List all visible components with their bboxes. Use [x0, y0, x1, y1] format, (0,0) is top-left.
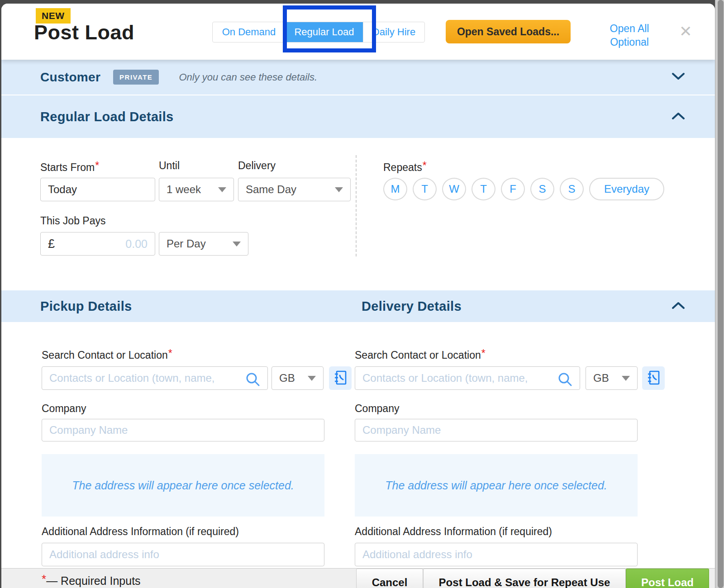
- pickup-company-label: Company: [42, 403, 86, 415]
- pickup-address-book-button[interactable]: [329, 366, 352, 390]
- starts-from-input[interactable]: [40, 178, 155, 201]
- tab-daily-hire[interactable]: Daily Hire: [363, 22, 424, 42]
- delivery-details-title: Delivery Details: [362, 299, 462, 314]
- required-asterisk: *: [481, 347, 486, 359]
- job-pays-field[interactable]: £: [40, 232, 155, 256]
- address-book-icon: [646, 370, 661, 387]
- post-load-button[interactable]: Post Load: [626, 569, 709, 588]
- delivery-country-select[interactable]: GB: [586, 366, 638, 390]
- delivery-additional-input[interactable]: [355, 543, 638, 566]
- delivery-additional-label: Additional Address Information (if requi…: [355, 526, 552, 538]
- chevron-up-icon[interactable]: [672, 112, 685, 122]
- everyday-button[interactable]: Everyday: [589, 178, 664, 200]
- caret-down-icon: [308, 376, 316, 381]
- chevron-up-icon[interactable]: [672, 301, 685, 311]
- open-all-line2: Optional: [598, 35, 661, 49]
- delivery-company-label: Company: [355, 403, 399, 415]
- caret-down-icon: [335, 187, 343, 192]
- search-icon[interactable]: [557, 372, 573, 389]
- until-select[interactable]: 1 week: [159, 178, 234, 201]
- delivery-select-value: Same Day: [246, 183, 296, 196]
- page-title: Post Load: [34, 21, 134, 44]
- rate-select-value: Per Day: [167, 237, 206, 250]
- tab-on-demand[interactable]: On Demand: [213, 22, 286, 42]
- until-select-value: 1 week: [167, 183, 201, 196]
- chevron-down-icon[interactable]: [672, 72, 685, 82]
- tab-regular-load[interactable]: Regular Load: [286, 22, 363, 42]
- repeat-day-buttons: M T W T F S S Everyday: [383, 178, 664, 200]
- delivery-address-book-button[interactable]: [642, 366, 665, 390]
- required-asterisk: *: [168, 347, 172, 359]
- pickup-company-input[interactable]: [42, 419, 324, 441]
- delivery-company-input[interactable]: [355, 419, 638, 441]
- caret-down-icon: [622, 376, 630, 381]
- required-asterisk: *: [42, 572, 46, 586]
- day-monday-button[interactable]: M: [383, 178, 407, 200]
- day-thursday-button[interactable]: T: [472, 178, 495, 200]
- pickup-delivery-section-header[interactable]: Pickup Details Delivery Details: [1, 290, 715, 322]
- amount-input[interactable]: [55, 237, 148, 251]
- delivery-label: Delivery: [238, 160, 276, 172]
- required-asterisk: *: [423, 160, 427, 171]
- pickup-country-select[interactable]: GB: [272, 366, 324, 390]
- day-sunday-button[interactable]: S: [560, 178, 584, 200]
- caret-down-icon: [218, 187, 226, 192]
- delivery-address-preview: The address will appear here once select…: [355, 454, 638, 517]
- open-saved-loads-button[interactable]: Open Saved Loads...: [446, 20, 571, 43]
- day-saturday-button[interactable]: S: [530, 178, 554, 200]
- currency-symbol: £: [48, 237, 55, 251]
- customer-section-header[interactable]: Customer PRIVATE Only you can see these …: [1, 60, 715, 95]
- delivery-form-column: Search Contact or Location* GB: [355, 322, 667, 568]
- pickup-country-value: GB: [279, 372, 295, 384]
- required-inputs-note: *— Required Inputs: [41, 572, 141, 588]
- location-forms: Search Contact or Location* GB: [1, 322, 715, 568]
- regular-load-title: Regular Load Details: [40, 109, 173, 124]
- private-badge: PRIVATE: [113, 70, 159, 85]
- post-and-save-button[interactable]: Post Load & Save for Repeat Use: [423, 569, 626, 588]
- cancel-button[interactable]: Cancel: [356, 569, 423, 588]
- customer-title: Customer: [40, 70, 100, 85]
- pickup-address-preview: The address will appear here once select…: [42, 454, 324, 517]
- day-wednesday-button[interactable]: W: [442, 178, 466, 200]
- section-divider: [356, 155, 357, 256]
- regular-load-form: Starts From* Until Delivery 1 week Same …: [1, 138, 715, 290]
- address-book-icon: [333, 370, 348, 387]
- pickup-search-input[interactable]: [42, 366, 268, 390]
- privacy-note: Only you can see these details.: [179, 71, 317, 83]
- dialog-header: NEW Post Load On Demand Regular Load Dai…: [1, 4, 715, 60]
- pickup-additional-label: Additional Address Information (if requi…: [42, 526, 239, 538]
- day-friday-button[interactable]: F: [501, 178, 525, 200]
- delivery-search-label: Search Contact or Location*: [355, 347, 486, 361]
- starts-from-label: Starts From*: [40, 160, 99, 174]
- close-icon[interactable]: ✕: [679, 24, 692, 39]
- dialog-footer: *— Required Inputs Cancel Post Load & Sa…: [1, 568, 715, 588]
- pickup-address-note: The address will appear here once select…: [72, 479, 294, 492]
- rate-select[interactable]: Per Day: [159, 232, 248, 256]
- pickup-details-title: Pickup Details: [40, 299, 132, 314]
- required-asterisk: *: [95, 160, 99, 171]
- caret-down-icon: [233, 242, 241, 247]
- delivery-select[interactable]: Same Day: [238, 178, 351, 201]
- day-tuesday-button[interactable]: T: [413, 178, 437, 200]
- regular-load-section-header[interactable]: Regular Load Details: [1, 95, 715, 138]
- repeats-label: Repeats*: [383, 160, 427, 174]
- job-pays-label: This Job Pays: [40, 215, 105, 227]
- pickup-additional-input[interactable]: [42, 543, 324, 566]
- until-label: Until: [159, 160, 180, 172]
- page-scrollbar[interactable]: [715, 0, 724, 588]
- scrollbar-thumb[interactable]: [718, 0, 724, 588]
- delivery-search-input[interactable]: [355, 366, 580, 390]
- search-icon[interactable]: [245, 372, 261, 389]
- open-all-optional-link[interactable]: Open All Optional: [598, 22, 661, 49]
- pickup-search-label: Search Contact or Location*: [42, 347, 172, 361]
- pickup-form-column: Search Contact or Location* GB: [42, 322, 354, 568]
- load-type-tabs: On Demand Regular Load Daily Hire: [212, 22, 425, 43]
- post-load-dialog: NEW Post Load On Demand Regular Load Dai…: [1, 4, 715, 588]
- delivery-country-value: GB: [593, 372, 609, 384]
- delivery-address-note: The address will appear here once select…: [385, 479, 607, 492]
- open-all-line1: Open All: [598, 22, 661, 35]
